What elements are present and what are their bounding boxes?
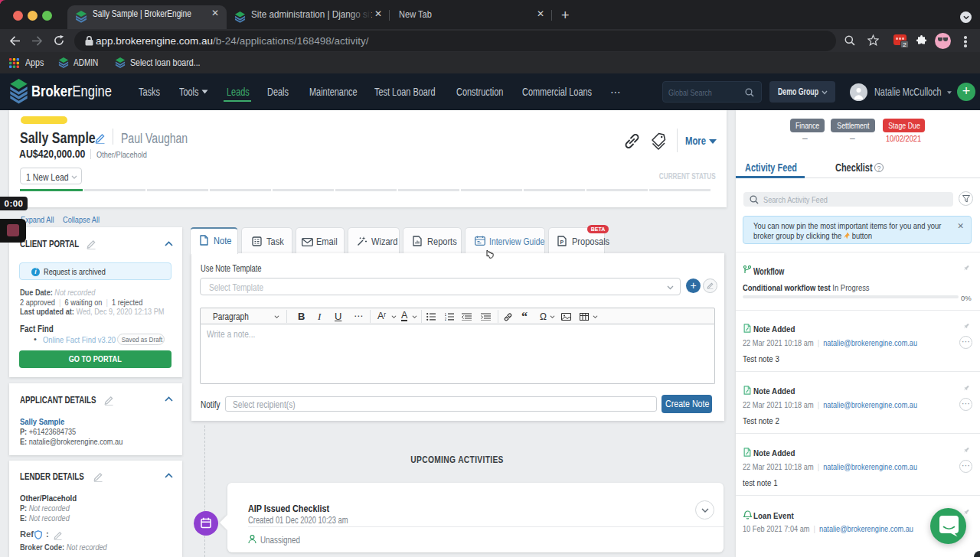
svg-text:2: 2 [445,318,447,321]
svg-text:1: 1 [445,313,447,317]
svg-text:P: P [560,239,564,245]
